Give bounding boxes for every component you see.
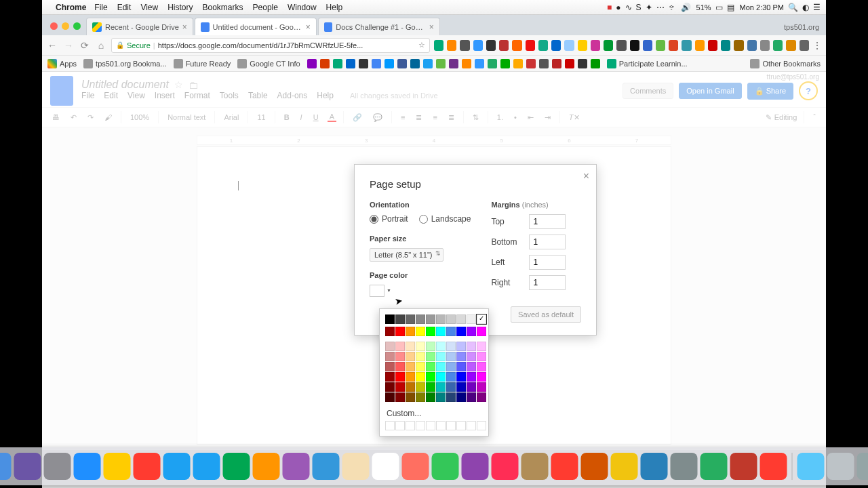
color-swatch[interactable] — [456, 352, 466, 361]
color-swatch[interactable] — [446, 352, 456, 361]
zoom-select[interactable]: 100% — [128, 113, 151, 121]
color-swatch[interactable] — [467, 392, 476, 402]
editing-mode-button[interactable]: ✎ Editing — [766, 113, 797, 122]
color-swatch[interactable] — [467, 342, 476, 351]
spotlight-icon[interactable]: 🔍 — [788, 3, 798, 12]
dock-app-icon[interactable] — [223, 453, 250, 480]
active-app-name[interactable]: Chrome — [56, 3, 86, 12]
color-swatch[interactable] — [446, 314, 456, 324]
browser-tab[interactable]: Recent - Google Drive × — [86, 18, 193, 35]
extension-icon[interactable] — [760, 40, 770, 51]
color-swatch[interactable] — [395, 372, 405, 382]
color-swatch[interactable] — [456, 314, 466, 324]
custom-color-slot[interactable] — [406, 421, 415, 430]
color-swatch[interactable] — [385, 372, 395, 382]
color-swatch[interactable] — [385, 382, 395, 392]
color-swatch[interactable] — [416, 392, 425, 402]
dock-app-icon[interactable] — [44, 453, 71, 480]
margin-right-input[interactable] — [529, 275, 566, 290]
align-right-icon[interactable]: ≡ — [431, 113, 439, 121]
bold-icon[interactable]: B — [282, 113, 292, 121]
custom-color-slot[interactable] — [446, 421, 456, 430]
bookmark-folder[interactable]: tps501.org Bookma... — [83, 59, 167, 68]
landscape-radio-input[interactable] — [419, 215, 428, 224]
color-swatch[interactable] — [426, 314, 435, 324]
extension-icon[interactable] — [786, 40, 795, 51]
color-swatch[interactable] — [385, 362, 395, 371]
color-swatch[interactable] — [467, 382, 476, 392]
open-in-gmail-button[interactable]: Open in Gmail — [679, 83, 741, 99]
notification-center-icon[interactable]: ☰ — [813, 3, 821, 12]
status-icon[interactable]: S — [636, 3, 642, 12]
volume-icon[interactable]: 🔊 — [681, 3, 691, 12]
color-swatch[interactable] — [385, 342, 395, 351]
move-folder-icon[interactable]: 🗀 — [189, 79, 199, 91]
chrome-menu-icon[interactable]: ⋮ — [812, 40, 822, 51]
color-swatch[interactable] — [385, 314, 395, 324]
user-icon[interactable]: ◐ — [802, 3, 809, 12]
bookmark-icon[interactable] — [397, 59, 407, 68]
color-swatch[interactable] — [477, 382, 486, 392]
color-swatch[interactable] — [416, 382, 425, 392]
color-swatch[interactable] — [477, 372, 486, 382]
color-swatch[interactable] — [426, 372, 435, 382]
forward-button[interactable]: → — [62, 40, 75, 51]
extension-icon[interactable] — [708, 40, 717, 51]
menu-history[interactable]: History — [167, 3, 193, 12]
color-swatch[interactable] — [467, 352, 476, 361]
bookmark-icon[interactable] — [372, 59, 381, 68]
docs-logo-icon[interactable] — [50, 76, 73, 106]
color-swatch[interactable] — [395, 327, 405, 336]
redo-icon[interactable]: ↷ — [85, 113, 96, 122]
dock-app-icon[interactable] — [14, 453, 41, 480]
extension-icon[interactable] — [486, 40, 496, 51]
color-swatch[interactable] — [456, 392, 466, 402]
bookmark-icon[interactable] — [307, 59, 317, 68]
ruler[interactable]: 1234567 — [197, 136, 671, 145]
home-button[interactable]: ⌂ — [95, 40, 107, 51]
dock-app-icon[interactable] — [134, 453, 161, 480]
dock-app-icon[interactable] — [283, 453, 310, 480]
dock-app-icon[interactable] — [521, 453, 549, 480]
docs-menu-format[interactable]: Format — [184, 91, 210, 100]
extension-icon[interactable] — [734, 40, 743, 51]
landscape-radio[interactable]: Landscape — [419, 214, 471, 224]
extension-icon[interactable] — [434, 40, 443, 51]
color-swatch[interactable] — [477, 352, 486, 361]
document-title[interactable]: Untitled document — [81, 79, 169, 91]
extension-icon[interactable] — [604, 40, 613, 51]
extension-icon[interactable] — [564, 40, 574, 51]
margin-top-input[interactable] — [529, 214, 566, 229]
font-size-select[interactable]: 11 — [255, 113, 267, 121]
dock-app-icon[interactable] — [581, 453, 608, 480]
extension-icon[interactable] — [512, 40, 521, 51]
color-swatch[interactable] — [467, 327, 476, 336]
close-tab-icon[interactable]: × — [429, 22, 434, 32]
bookmark-icon[interactable] — [462, 59, 471, 68]
menu-bookmarks[interactable]: Bookmarks — [203, 3, 243, 12]
bookmark-folder[interactable]: Future Ready — [174, 59, 231, 68]
bookmark-icon[interactable] — [423, 59, 433, 68]
margin-bottom-input[interactable] — [529, 235, 566, 249]
menu-edit[interactable]: Edit — [117, 3, 132, 12]
bookmark-icon[interactable] — [578, 59, 587, 68]
dock-app-icon[interactable] — [432, 453, 459, 480]
increase-indent-icon[interactable]: ⇥ — [542, 113, 553, 122]
dock-app-icon[interactable] — [402, 453, 429, 480]
portrait-radio[interactable]: Portrait — [370, 214, 408, 224]
color-swatch[interactable] — [446, 327, 456, 336]
status-icon[interactable]: ✦ — [646, 3, 652, 12]
color-swatch[interactable] — [426, 342, 435, 351]
dock-app-icon[interactable] — [827, 453, 854, 480]
color-swatch[interactable] — [446, 362, 456, 371]
color-swatch[interactable] — [416, 342, 425, 351]
decrease-indent-icon[interactable]: ⇤ — [526, 113, 536, 122]
bookmark-icon[interactable] — [500, 59, 510, 68]
dock-app-icon[interactable] — [857, 453, 869, 480]
extension-icon[interactable] — [578, 40, 587, 51]
color-swatch[interactable] — [395, 314, 405, 324]
color-swatch[interactable] — [436, 392, 446, 402]
link-icon[interactable]: 🔗 — [351, 113, 364, 122]
dock-app-icon[interactable] — [0, 453, 12, 480]
docs-menu-table[interactable]: Table — [248, 91, 268, 100]
